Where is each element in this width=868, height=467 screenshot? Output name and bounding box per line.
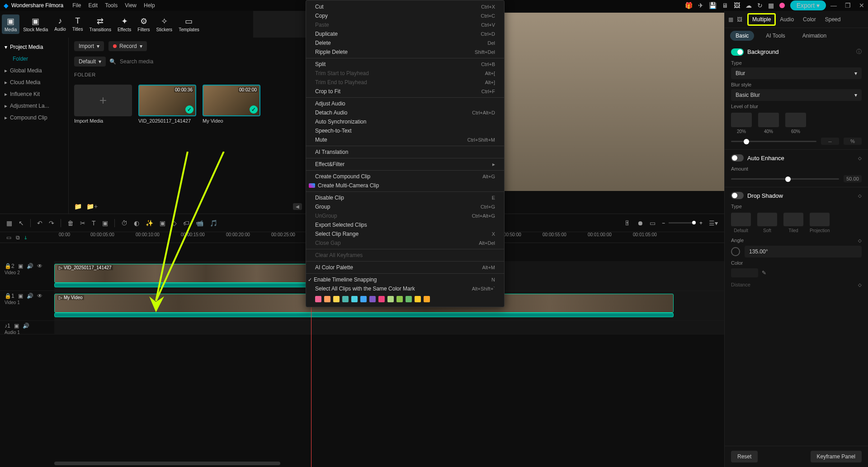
context-menu-item[interactable]: Effect&Filter▸ xyxy=(306,160,504,169)
list-icon[interactable]: ☰▾ xyxy=(709,219,718,227)
color-mark-swatch[interactable] xyxy=(387,296,394,302)
amount-slider[interactable] xyxy=(731,178,839,180)
blur-level-20[interactable]: 20% xyxy=(731,113,752,134)
target-icon[interactable]: ▣ xyxy=(14,323,19,329)
sidebar-cloud-media[interactable]: ▸Cloud Media xyxy=(0,76,68,88)
context-menu-item[interactable]: ✓Enable Timeline SnappingN xyxy=(306,275,504,284)
context-menu-item[interactable]: Ripple DeleteShift+Del xyxy=(306,48,504,57)
visible-icon[interactable]: 👁 xyxy=(37,293,42,299)
zoom-in-icon[interactable]: + xyxy=(699,220,703,226)
menu-edit[interactable]: Edit xyxy=(89,2,98,9)
context-menu-item[interactable]: Crop to FitCtrl+F xyxy=(306,87,504,96)
target-icon[interactable]: ▣ xyxy=(18,263,23,269)
tab-color[interactable]: Color xyxy=(798,14,821,25)
tab-media[interactable]: ▣Media xyxy=(2,14,19,34)
subtab-animation[interactable]: Animation xyxy=(797,31,832,41)
context-menu-item[interactable]: Create Compound ClipAlt+G xyxy=(306,172,504,181)
profile-icon[interactable] xyxy=(779,3,785,8)
record-icon[interactable]: ⏺ xyxy=(637,219,643,227)
export-button[interactable]: Export ▾ xyxy=(790,0,826,10)
color-mark-swatch[interactable] xyxy=(351,296,358,302)
speed-icon[interactable]: ⏱ xyxy=(121,219,127,227)
color-mark-swatch[interactable] xyxy=(396,296,403,302)
color-swatch[interactable] xyxy=(731,268,758,277)
clip-video2[interactable]: ▷VID_20250117_141427 xyxy=(54,264,307,283)
context-menu-item[interactable]: Speech-to-Text xyxy=(306,126,504,135)
tab-audio[interactable]: ♪Audio xyxy=(52,14,69,34)
mute-icon[interactable]: 🔊 xyxy=(27,263,33,269)
crop-icon[interactable]: ▣ xyxy=(102,219,108,227)
context-menu-item[interactable]: DuplicateCtrl+D xyxy=(306,29,504,38)
select-icon[interactable]: ↖ xyxy=(19,219,24,227)
ai-icon[interactable]: ✨ xyxy=(146,219,153,227)
context-menu-item[interactable]: CutCtrl+X xyxy=(306,2,504,11)
color-mark-swatch[interactable] xyxy=(369,296,376,302)
context-menu-item[interactable]: AI Color PaletteAlt+M xyxy=(306,263,504,272)
audio-tool-icon[interactable]: 🎵 xyxy=(210,219,217,227)
keyframe-icon[interactable]: ◇ xyxy=(172,219,177,227)
image-icon[interactable]: 🖼 xyxy=(734,2,740,9)
context-menu-item[interactable]: Select All Clips with the Same Color Mar… xyxy=(306,284,504,293)
lock-icon[interactable]: 🔒1 xyxy=(5,293,14,299)
apps-icon[interactable]: ▦ xyxy=(768,2,774,9)
keyframe-panel-button[interactable]: Keyframe Panel xyxy=(811,451,862,462)
color-mark-swatch[interactable] xyxy=(360,296,367,302)
sidebar-compound-clip[interactable]: ▸Compound Clip xyxy=(0,112,68,124)
tab-multiple[interactable]: Multiple xyxy=(748,14,775,25)
tab-transitions[interactable]: ⇄Transitions xyxy=(86,14,114,34)
pointer-icon[interactable]: ▦ xyxy=(6,219,12,227)
undo-icon[interactable]: ↶ xyxy=(37,219,42,227)
color-mark-swatch[interactable] xyxy=(342,296,349,302)
tab-effects[interactable]: ✦Effects xyxy=(115,14,134,34)
track-icon[interactable]: 📹 xyxy=(196,219,203,227)
mute-icon[interactable]: 🔊 xyxy=(23,323,29,329)
menu-help[interactable]: Help xyxy=(144,2,155,9)
context-menu-item[interactable]: Export Selected Clips xyxy=(306,220,504,229)
drop-shadow-toggle[interactable] xyxy=(731,192,744,199)
grid-view-icon[interactable]: ▦ xyxy=(728,16,733,23)
color-icon[interactable]: ◐ xyxy=(134,219,139,227)
folder-icon[interactable]: 📁 xyxy=(74,203,82,210)
shadow-default[interactable]: Default xyxy=(731,213,751,233)
cut-icon[interactable]: ✂ xyxy=(80,219,85,227)
context-menu-item[interactable]: Detach AudioCtrl+Alt+D xyxy=(306,108,504,117)
media-tile-2[interactable]: 00:02:00✓ My Video xyxy=(203,85,260,124)
delete-icon[interactable]: 🗑 xyxy=(67,219,74,227)
marker-icon[interactable]: 🏷 xyxy=(183,219,189,227)
mute-icon[interactable]: 🔊 xyxy=(27,293,33,299)
shadow-tiled[interactable]: Tiled xyxy=(783,213,803,233)
keyframe-diamond-icon[interactable]: ◇ xyxy=(858,193,862,198)
timeline-scrollbar[interactable] xyxy=(54,462,280,465)
gift-icon[interactable]: 🎁 xyxy=(685,2,693,9)
tab-titles[interactable]: TTitles xyxy=(70,14,86,34)
context-menu-item[interactable]: Adjust Audio xyxy=(306,99,504,108)
blur-level-60[interactable]: 60% xyxy=(785,113,806,134)
context-menu-item[interactable]: Auto Synchronization xyxy=(306,117,504,126)
maximize-icon[interactable]: ❐ xyxy=(845,2,851,9)
context-menu-item[interactable]: Disable ClipE xyxy=(306,193,504,202)
track-link-icon[interactable]: ⧉ xyxy=(16,234,20,241)
context-menu-item[interactable]: MuteCtrl+Shift+M xyxy=(306,135,504,144)
color-mark-swatch[interactable] xyxy=(378,296,385,302)
cloud-icon[interactable]: ☁ xyxy=(745,2,752,9)
shadow-projection[interactable]: Projection xyxy=(810,213,830,233)
sidebar-project-media[interactable]: ▾Project Media xyxy=(0,41,68,53)
shadow-soft[interactable]: Soft xyxy=(757,213,777,233)
color-mark-swatch[interactable] xyxy=(333,296,340,302)
bg-style-select[interactable]: Basic Blur▾ xyxy=(731,89,862,101)
menu-tools[interactable]: Tools xyxy=(105,2,118,9)
monitor-icon[interactable]: 🖥 xyxy=(722,2,728,9)
tab-stock-media[interactable]: ▣Stock Media xyxy=(20,14,51,34)
bg-type-select[interactable]: Blur▾ xyxy=(731,67,862,79)
image-view-icon[interactable]: 🖼 xyxy=(737,16,742,23)
magnet-icon[interactable]: ⫰ xyxy=(24,234,27,241)
media-tile-1[interactable]: 00:00:36✓ VID_20250117_141427 xyxy=(138,85,196,124)
refresh-icon[interactable]: ↻ xyxy=(757,2,763,9)
context-menu-item[interactable]: CopyCtrl+C xyxy=(306,11,504,20)
context-menu-item[interactable]: SplitCtrl+B xyxy=(306,60,504,69)
track-body[interactable] xyxy=(54,321,724,334)
mask-icon[interactable]: ▣ xyxy=(160,219,165,227)
tab-speed[interactable]: Speed xyxy=(821,14,845,25)
keyframe-diamond-icon[interactable]: ◇ xyxy=(858,156,862,161)
visible-icon[interactable]: 👁 xyxy=(37,263,42,269)
